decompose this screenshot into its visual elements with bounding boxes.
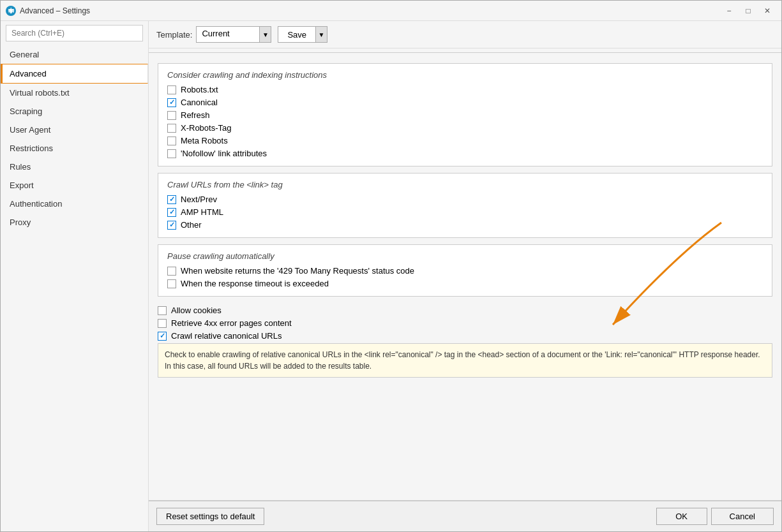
sidebar-item-advanced[interactable]: Advanced	[1, 64, 148, 84]
cb-refresh: Refresh	[167, 110, 763, 120]
cb-robots-txt-label: Robots.txt	[181, 85, 218, 94]
sidebar-item-proxy[interactable]: Proxy	[1, 213, 148, 232]
cb-4xx-pages: Retrieve 4xx error pages content	[158, 318, 772, 328]
window-title: Advanced – Settings	[20, 6, 90, 15]
tooltip-box: Check to enable crawling of relative can…	[158, 343, 772, 378]
sidebar-item-scraping[interactable]: Scraping	[1, 102, 148, 121]
cb-x-robots-tag-label: X-Robots-Tag	[181, 123, 231, 133]
right-panel: Template: Current ▼ Save ▼ Consider craw…	[149, 21, 781, 531]
save-button[interactable]: Save	[278, 26, 316, 43]
cb-4xx-pages-label: Retrieve 4xx error pages content	[171, 318, 292, 328]
section-crawl-urls-title: Crawl URLs from the <link> tag	[167, 180, 763, 189]
cancel-button[interactable]: Cancel	[711, 508, 774, 525]
sidebar: General Advanced Virtual robots.txt Scra…	[1, 21, 149, 531]
cb-amp-html: AMP HTML	[167, 207, 763, 217]
cb-429-label: When website returns the '429 Too Many R…	[181, 266, 414, 276]
sidebar-item-authentication[interactable]: Authentication	[1, 195, 148, 213]
template-dropdown-arrow[interactable]: ▼	[260, 26, 271, 43]
cb-meta-robots-box[interactable]	[167, 137, 176, 145]
window-controls: − □ ✕	[720, 4, 776, 18]
cb-crawl-relative: Crawl relative canonical URLs	[158, 331, 772, 341]
content-area: Consider crawling and indexing instructi…	[149, 57, 781, 500]
maximize-button[interactable]: □	[739, 4, 757, 18]
cb-crawl-relative-label: Crawl relative canonical URLs	[171, 331, 282, 341]
bottom-bar: Reset settings to default OK Cancel	[149, 501, 781, 531]
cb-canonical-box[interactable]	[167, 98, 176, 107]
cb-x-robots-tag-box[interactable]	[167, 124, 176, 133]
cb-amp-html-label: AMP HTML	[181, 207, 223, 217]
cb-x-robots-tag: X-Robots-Tag	[167, 123, 763, 133]
cb-allow-cookies: Allow cookies	[158, 306, 772, 315]
app-icon: 🕷	[6, 6, 16, 16]
sidebar-item-rules[interactable]: Rules	[1, 158, 148, 176]
section-crawl-instructions-title: Consider crawling and indexing instructi…	[167, 70, 763, 80]
cb-next-prev: Next/Prev	[167, 195, 763, 204]
main-content: General Advanced Virtual robots.txt Scra…	[1, 21, 781, 531]
template-dropdown-value[interactable]: Current	[196, 26, 260, 43]
cb-429: When website returns the '429 Too Many R…	[167, 266, 763, 276]
template-dropdown[interactable]: Current ▼	[196, 26, 271, 43]
main-window: 🕷 Advanced – Settings − □ ✕ General Adva…	[0, 0, 782, 532]
ok-button[interactable]: OK	[656, 508, 707, 525]
arrow-area: Crawl relative canonical URLs	[158, 331, 772, 341]
cb-meta-robots: Meta Robots	[167, 136, 763, 145]
title-bar: 🕷 Advanced – Settings − □ ✕	[1, 1, 781, 21]
cb-robots-txt: Robots.txt	[167, 85, 763, 94]
cb-refresh-label: Refresh	[181, 110, 210, 120]
section-pause-crawling: Pause crawling automatically When websit…	[158, 244, 772, 297]
sidebar-item-virtual-robots[interactable]: Virtual robots.txt	[1, 84, 148, 102]
cb-allow-cookies-label: Allow cookies	[171, 306, 222, 315]
cb-other-box[interactable]	[167, 221, 176, 230]
cb-canonical-label: Canonical	[181, 98, 218, 107]
cb-next-prev-box[interactable]	[167, 195, 176, 204]
cb-timeout: When the response timeout is exceeded	[167, 279, 763, 288]
cb-robots-txt-box[interactable]	[167, 85, 176, 94]
cb-nofollow-label: 'Nofollow' link attributes	[181, 149, 267, 158]
cb-timeout-box[interactable]	[167, 279, 176, 288]
title-bar-left: 🕷 Advanced – Settings	[6, 6, 90, 16]
bottom-right-buttons: OK Cancel	[656, 508, 774, 525]
cb-crawl-relative-box[interactable]	[158, 332, 167, 341]
sidebar-item-user-agent[interactable]: User Agent	[1, 121, 148, 139]
section-crawl-instructions: Consider crawling and indexing instructi…	[158, 63, 772, 166]
search-input[interactable]	[6, 25, 143, 41]
cb-allow-cookies-box[interactable]	[158, 306, 167, 315]
cb-amp-html-box[interactable]	[167, 208, 176, 217]
save-button-group[interactable]: Save ▼	[278, 26, 327, 43]
cb-4xx-pages-box[interactable]	[158, 319, 167, 328]
minimize-button[interactable]: −	[720, 4, 738, 18]
cb-nofollow: 'Nofollow' link attributes	[167, 149, 763, 158]
toolbar: Template: Current ▼ Save ▼	[149, 21, 781, 48]
cb-other: Other	[167, 220, 763, 230]
template-label: Template:	[156, 30, 192, 40]
section-pause-crawling-title: Pause crawling automatically	[167, 251, 763, 261]
cb-refresh-box[interactable]	[167, 111, 176, 120]
sidebar-item-general[interactable]: General	[1, 45, 148, 64]
cb-meta-robots-label: Meta Robots	[181, 136, 228, 145]
tooltip-text: Check to enable crawling of relative can…	[165, 350, 760, 371]
sidebar-item-restrictions[interactable]: Restrictions	[1, 139, 148, 158]
close-button[interactable]: ✕	[758, 4, 776, 18]
cb-nofollow-box[interactable]	[167, 149, 176, 158]
standalone-section: Allow cookies Retrieve 4xx error pages c…	[158, 303, 772, 378]
cb-other-label: Other	[181, 220, 202, 230]
cb-next-prev-label: Next/Prev	[181, 195, 217, 204]
section-crawl-urls: Crawl URLs from the <link> tag Next/Prev…	[158, 173, 772, 238]
save-dropdown-arrow[interactable]: ▼	[316, 26, 327, 43]
cb-429-box[interactable]	[167, 267, 176, 276]
cb-timeout-label: When the response timeout is exceeded	[181, 279, 329, 288]
reset-button[interactable]: Reset settings to default	[156, 508, 264, 525]
sidebar-item-export[interactable]: Export	[1, 176, 148, 195]
cb-canonical: Canonical	[167, 98, 763, 107]
